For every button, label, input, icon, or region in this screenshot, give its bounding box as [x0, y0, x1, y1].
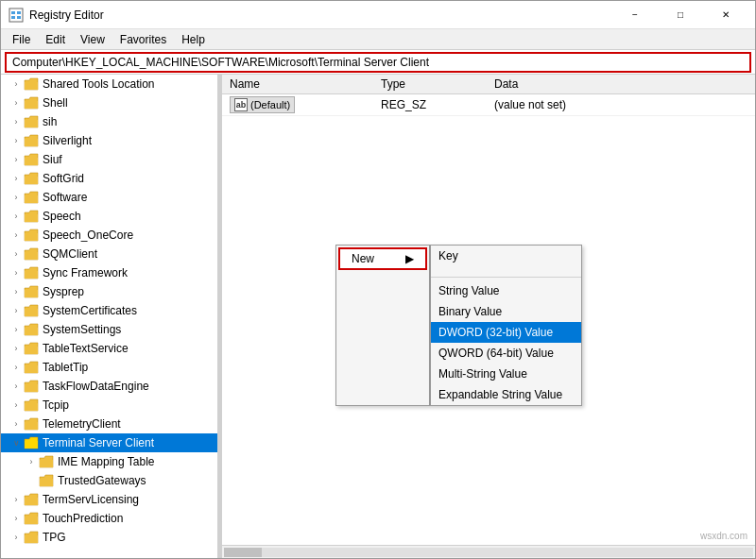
tree-item[interactable]: › TelemetryClient — [1, 415, 217, 433]
expand-arrow[interactable]: › — [9, 76, 24, 92]
tree-item[interactable]: › sih — [1, 112, 217, 131]
tree-item[interactable]: › Sysprep — [1, 282, 217, 301]
tree-item-label: sih — [43, 115, 57, 128]
folder-icon — [24, 115, 39, 128]
table-row[interactable]: ab(Default)REG_SZ(value not set) — [222, 94, 755, 116]
address-input[interactable] — [5, 52, 751, 73]
tree-item[interactable]: › SystemCertificates — [1, 301, 217, 320]
expand-arrow[interactable]: › — [9, 360, 24, 375]
submenu-item[interactable]: Binary Value — [431, 301, 581, 322]
expand-arrow[interactable]: ∨ — [9, 435, 24, 450]
menu-item-favorites[interactable]: Favorites — [112, 31, 174, 48]
svg-rect-0 — [9, 8, 23, 22]
default-badge: ab(Default) — [230, 96, 295, 113]
expand-arrow[interactable]: › — [9, 265, 24, 280]
submenu-item[interactable]: QWORD (64-bit) Value — [431, 343, 581, 364]
expand-arrow[interactable]: › — [9, 492, 24, 507]
tree-item[interactable]: › Software — [1, 188, 217, 207]
new-menu-button[interactable]: New ▶ — [338, 247, 427, 270]
expand-arrow[interactable]: › — [9, 530, 24, 545]
tree-item[interactable]: › Sync Framework — [1, 263, 217, 282]
tree-item[interactable]: › Shared Tools Location — [1, 75, 217, 93]
minimize-button[interactable]: − — [613, 1, 657, 29]
folder-icon — [39, 455, 54, 468]
expand-arrow[interactable]: › — [9, 228, 24, 243]
tree-item[interactable]: › Speech — [1, 207, 217, 226]
submenu-item[interactable]: Key — [431, 246, 581, 266]
tree-item-label: Terminal Server Client — [43, 436, 154, 449]
expand-arrow[interactable]: › — [9, 246, 24, 262]
tree-item[interactable]: › TabletTip — [1, 358, 217, 377]
tree-item[interactable]: › SoftGrid — [1, 169, 217, 188]
submenu-item[interactable]: DWORD (32-bit) Value — [431, 322, 581, 343]
tree-item-label: Shared Tools Location — [43, 77, 155, 91]
expand-arrow[interactable]: › — [9, 303, 24, 318]
expand-arrow[interactable]: › — [9, 133, 24, 148]
expand-arrow[interactable]: › — [9, 190, 24, 205]
context-menu-container: New ▶ KeyString ValueBinary ValueDWORD (… — [335, 245, 582, 406]
window-title: Registry Editor — [29, 8, 613, 22]
tree-item[interactable]: › Siuf — [1, 150, 217, 169]
close-button[interactable]: ✕ — [704, 1, 747, 29]
tree-item[interactable]: › IME Mapping Table — [1, 452, 217, 471]
tree-item[interactable]: › TaskFlowDataEngine — [1, 377, 217, 396]
cell-type: REG_SZ — [373, 94, 487, 116]
menu-item-view[interactable]: View — [73, 31, 112, 48]
folder-icon — [24, 531, 39, 544]
submenu-item[interactable]: Expandable String Value — [431, 384, 581, 405]
expand-arrow[interactable]: › — [9, 152, 24, 167]
tree-item[interactable]: › SystemSettings — [1, 320, 217, 339]
expand-arrow[interactable]: › — [9, 379, 24, 394]
content-area: Name Type Data ab(Default)REG_SZ(value n… — [222, 75, 755, 558]
folder-icon — [24, 304, 39, 317]
registry-table: Name Type Data ab(Default)REG_SZ(value n… — [222, 75, 755, 116]
expand-arrow[interactable] — [24, 473, 39, 488]
expand-arrow[interactable]: › — [9, 284, 24, 299]
folder-icon — [24, 191, 39, 204]
tree-item[interactable]: ∨ Terminal Server Client — [1, 433, 217, 452]
tree-item[interactable]: › TPG — [1, 528, 217, 547]
tree-item[interactable]: › SQMClient — [1, 245, 217, 263]
tree-item[interactable]: › Speech_OneCore — [1, 226, 217, 245]
submenu-item[interactable]: Multi-String Value — [431, 364, 581, 384]
col-name: Name — [222, 75, 373, 94]
tree-pane[interactable]: › Shared Tools Location› Shell› sih› Sil… — [1, 75, 218, 558]
tree-item-label: TelemetryClient — [43, 417, 121, 431]
expand-arrow[interactable]: › — [9, 341, 24, 356]
tree-item[interactable]: › TableTextService — [1, 339, 217, 358]
app-icon — [9, 8, 24, 23]
tree-item-label: Shell — [43, 96, 68, 110]
h-scroll-bar[interactable] — [222, 545, 755, 558]
submenu-item[interactable] — [431, 266, 581, 274]
expand-arrow[interactable]: › — [9, 322, 24, 337]
tree-item[interactable]: › Tcpip — [1, 396, 217, 415]
maximize-button[interactable]: □ — [659, 1, 702, 29]
expand-arrow[interactable]: › — [9, 398, 24, 413]
submenu-item[interactable]: String Value — [431, 280, 581, 301]
tree-item-label: Speech — [43, 210, 81, 223]
tree-item-label: SystemCertificates — [43, 304, 137, 317]
tree-item-label: SoftGrid — [43, 172, 84, 185]
tree-item[interactable]: › TouchPrediction — [1, 509, 217, 528]
expand-arrow[interactable]: › — [9, 416, 24, 432]
tree-item[interactable]: TrustedGateways — [1, 471, 217, 490]
tree-item[interactable]: › TermServLicensing — [1, 490, 217, 509]
menu-item-edit[interactable]: Edit — [38, 31, 73, 48]
expand-arrow[interactable]: › — [9, 95, 24, 110]
expand-arrow[interactable]: › — [24, 454, 39, 469]
expand-arrow[interactable]: › — [9, 511, 24, 526]
expand-arrow[interactable]: › — [9, 114, 24, 129]
expand-arrow[interactable]: › — [9, 209, 24, 224]
folder-icon — [24, 210, 39, 223]
tree-item[interactable]: › Silverlight — [1, 131, 217, 150]
svg-rect-3 — [11, 16, 15, 19]
tree-item[interactable]: › Shell — [1, 93, 217, 112]
h-scroll-thumb[interactable] — [224, 548, 262, 557]
tree-item-label: TableTextService — [43, 342, 129, 355]
menu-item-help[interactable]: Help — [174, 31, 213, 48]
menu-item-file[interactable]: File — [5, 31, 38, 48]
svg-rect-1 — [11, 11, 15, 14]
folder-icon — [24, 247, 39, 261]
content-pane: Name Type Data ab(Default)REG_SZ(value n… — [222, 75, 755, 545]
expand-arrow[interactable]: › — [9, 171, 24, 186]
